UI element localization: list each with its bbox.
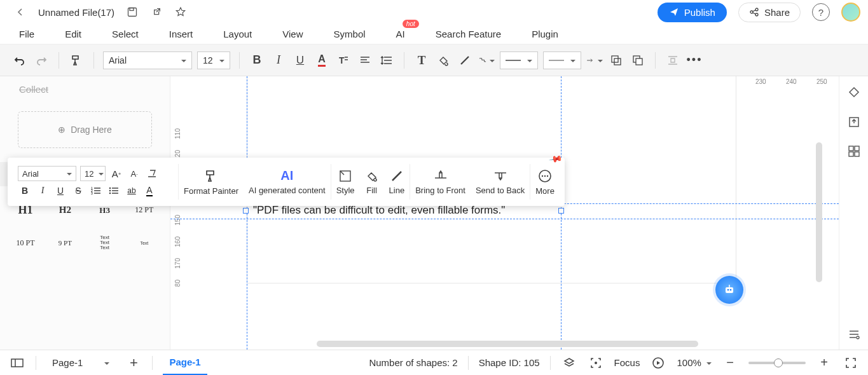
layers-icon[interactable] — [561, 355, 577, 371]
line-weight-select[interactable] — [543, 51, 581, 69]
assistant-fab[interactable] — [715, 276, 743, 304]
svg-point-25 — [730, 289, 732, 291]
ctx-format-painter[interactable]: Format Painter — [179, 158, 244, 206]
font-size-select[interactable]: 12 — [197, 51, 230, 69]
shape-fill-icon[interactable] — [846, 85, 862, 100]
present-icon[interactable] — [650, 355, 666, 371]
align-icon[interactable] — [357, 52, 373, 69]
focus-frame-icon[interactable] — [588, 355, 604, 371]
ctx-size-select[interactable]: 12 — [80, 166, 106, 181]
menu-file[interactable]: File — [19, 29, 34, 39]
zoom-out-icon[interactable]: − — [722, 355, 738, 371]
share-button[interactable]: Share — [738, 3, 801, 22]
canvas[interactable]: 170 180 190 200 210 220 230 240 250 110 … — [170, 76, 839, 350]
redo-icon[interactable] — [33, 52, 50, 69]
clear-format-icon[interactable] — [145, 167, 159, 181]
line-spacing-icon[interactable] — [378, 52, 395, 69]
drag-here-zone[interactable]: ⊕ Drag Here — [18, 111, 152, 148]
menu-edit[interactable]: Edit — [65, 29, 81, 39]
help-button[interactable]: ? — [812, 3, 830, 21]
bullet-list-icon[interactable] — [107, 184, 121, 198]
zoom-knob[interactable] — [774, 358, 783, 367]
ctx-underline-icon[interactable]: U — [53, 184, 67, 198]
page-tab-active[interactable]: Page-1 — [163, 350, 207, 375]
star-icon[interactable] — [174, 6, 187, 18]
decrease-font-icon[interactable]: A- — [127, 167, 141, 181]
connector-icon[interactable] — [478, 52, 495, 69]
ctx-bold-icon[interactable]: B — [18, 184, 32, 198]
fullscreen-icon[interactable] — [843, 355, 859, 371]
settings-list-icon[interactable] — [846, 327, 862, 342]
menu-ai[interactable]: AIhot — [396, 29, 405, 39]
font-color-icon[interactable]: A — [313, 52, 330, 69]
pages-panel-icon[interactable] — [9, 355, 25, 371]
font-select[interactable]: Arial — [103, 51, 192, 69]
text-multi[interactable]: TextTextText — [86, 228, 124, 257]
menu-layout[interactable]: Layout — [223, 29, 252, 39]
page-select[interactable]: Page-1 — [46, 354, 115, 371]
menu-search-feature[interactable]: Search Feature — [436, 29, 501, 39]
save-icon[interactable] — [126, 6, 139, 18]
handle-right[interactable] — [558, 208, 564, 214]
work-area: 📌 Arial 12 A+ A- B I U S 123 ab A Format… — [0, 76, 868, 350]
ctx-bring-front[interactable]: Bring to Front — [410, 158, 471, 206]
menu-plugin[interactable]: Plugin — [532, 29, 558, 39]
zoom-slider[interactable] — [748, 362, 806, 364]
svg-point-17 — [109, 193, 111, 194]
guide-bottom — [170, 219, 839, 219]
zoom-in-icon[interactable]: + — [816, 355, 832, 371]
grid-icon[interactable] — [846, 144, 862, 159]
menu-symbol[interactable]: Symbol — [334, 29, 366, 39]
underline-icon[interactable]: U — [292, 52, 308, 69]
italic-icon[interactable]: I — [270, 52, 287, 69]
selected-text-shape[interactable]: "PDF files can be difficult to edit, eve… — [253, 204, 505, 217]
text-effect-icon[interactable]: T — [335, 52, 352, 69]
format-painter-icon[interactable] — [68, 52, 85, 69]
svg-point-31 — [857, 336, 859, 339]
export-icon[interactable] — [846, 114, 862, 130]
zoom-value[interactable]: 100% — [677, 357, 712, 368]
line-icon[interactable] — [457, 52, 473, 69]
bold-icon[interactable]: B — [249, 52, 265, 69]
distribute-icon[interactable] — [665, 52, 681, 69]
user-avatar[interactable] — [841, 3, 860, 22]
menu-ai-label: AI — [396, 29, 405, 39]
svg-rect-23 — [726, 287, 733, 293]
horizontal-scrollbar[interactable] — [317, 341, 698, 347]
ctx-ai[interactable]: AIAI generated content — [244, 158, 331, 206]
menu-insert[interactable]: Insert — [169, 29, 193, 39]
more-icon[interactable]: ••• — [686, 52, 703, 69]
open-external-icon[interactable] — [150, 6, 163, 18]
menu-select[interactable]: Select — [112, 29, 139, 39]
ctx-italic-icon[interactable]: I — [36, 184, 50, 198]
increase-font-icon[interactable]: A+ — [109, 167, 123, 181]
vertical-scrollbar[interactable] — [816, 142, 822, 282]
svg-rect-29 — [849, 152, 853, 156]
undo-icon[interactable] — [11, 52, 28, 69]
arrow-style-icon[interactable] — [586, 52, 603, 69]
text-9pt[interactable]: 9 PT — [46, 228, 84, 257]
vertical-ruler: 110 120 130 140 150 160 170 80 — [170, 76, 189, 350]
numbered-list-icon[interactable]: 123 — [89, 184, 103, 198]
focus-label[interactable]: Focus — [614, 357, 640, 368]
handle-left[interactable] — [243, 208, 249, 214]
ctx-font-color-icon[interactable]: A — [142, 184, 156, 198]
publish-button[interactable]: Publish — [658, 3, 727, 22]
text-case-icon[interactable]: ab — [125, 184, 139, 198]
ctx-style[interactable]: Style — [331, 158, 360, 206]
ctx-strike-icon[interactable]: S — [71, 184, 85, 198]
layer-back-icon[interactable] — [608, 52, 624, 69]
text-tool-icon[interactable]: T — [413, 52, 430, 69]
add-page-icon[interactable]: + — [125, 355, 142, 371]
line-style-select[interactable] — [500, 51, 538, 69]
ctx-fill[interactable]: Fill — [360, 158, 384, 206]
fill-icon[interactable] — [435, 52, 451, 69]
menu-view[interactable]: View — [282, 29, 303, 39]
back-icon[interactable] — [14, 6, 27, 18]
ctx-line[interactable]: Line — [384, 158, 410, 206]
ctx-send-back[interactable]: Send to Back — [471, 158, 530, 206]
layer-front-icon[interactable] — [630, 52, 646, 69]
text-10pt[interactable]: 10 PT — [6, 228, 45, 257]
ctx-font-select[interactable]: Arial — [18, 166, 76, 181]
text-small[interactable]: Text — [125, 228, 163, 257]
